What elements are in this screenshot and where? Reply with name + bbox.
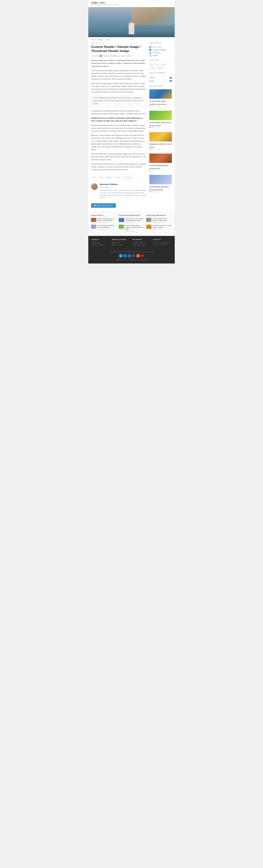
post-author[interactable]: Alexandru Publisher xyxy=(103,55,118,57)
post-title: Custom Header / Sample Image / Thumbnail… xyxy=(91,45,147,53)
tag-city[interactable]: City xyxy=(98,176,104,179)
footer-hours-line1: 08:00 - 17:00 xyxy=(112,242,130,244)
sidebar-tag-city[interactable]: City xyxy=(155,63,159,66)
category-header-name: Header xyxy=(149,77,155,79)
sidebar-tag-image[interactable]: Image xyxy=(149,67,155,69)
footer-nav-terms[interactable]: TERMS OF USE xyxy=(116,259,126,261)
footer-address-title: ADDRESS xyxy=(91,239,110,240)
related-thumb-3 xyxy=(149,132,172,142)
audio-thumb-2 xyxy=(91,225,96,229)
tag-thumbnail[interactable]: Thumbnail xyxy=(123,176,133,179)
video-date-2: APRIL 7, 2016 xyxy=(152,228,172,230)
footer-bottom: Copyright © 2016. Powered by WordPress. … xyxy=(91,251,172,261)
site-tagline: Best WordPress Solution for your website xyxy=(91,4,119,5)
linkedin-icon[interactable]: in xyxy=(123,254,127,257)
author-name: Alexandru Publisher xyxy=(99,183,147,185)
footer-nav-about[interactable]: ABOUT US xyxy=(140,259,147,261)
facebook-icon[interactable]: f xyxy=(128,254,131,257)
video-title-2[interactable]: Custom Header embed Vimeo / Forms in Nat… xyxy=(152,225,172,228)
related-thumb-4 xyxy=(149,154,172,163)
related-post-3: Sample Audio Player & Custom Layout 📅 AP… xyxy=(149,132,172,152)
content-para-6: Maecenas a purus tincidunt velit malesua… xyxy=(91,134,147,151)
author-avatar-small xyxy=(99,55,102,57)
date-icon-3: 📅 xyxy=(149,149,151,150)
breadcrumb-home[interactable]: Home xyxy=(91,39,96,40)
audio-title-1[interactable]: Custom Header play Music / Province of A… xyxy=(97,218,117,222)
view-comments-button[interactable]: 💬 View Comments (4) ... xyxy=(91,203,116,208)
author-link[interactable]: http://mythem.es xyxy=(99,186,110,188)
related-date-3: 📅 APRIL 6, 2016 xyxy=(149,148,172,150)
view-comments-label: View Comments (4) ... xyxy=(96,205,113,207)
breadcrumb-image[interactable]: Image xyxy=(105,39,110,40)
video-thumb-2 xyxy=(146,225,151,229)
sidebar-tag-header[interactable]: Header xyxy=(160,63,167,66)
footer-hours-title: WORKING HOURS xyxy=(112,239,130,240)
ch-thumb-1 xyxy=(119,218,124,222)
audio-title-2[interactable]: Custom Header play Music / The Wounded K… xyxy=(97,225,117,228)
related-post-1: Custom Header embed YouTube / Aaron Cott… xyxy=(149,89,172,109)
tag-image[interactable]: Image xyxy=(114,176,122,179)
video-title-1[interactable]: Custom Header embed YouTube / Aaron Cott… xyxy=(152,218,172,222)
ch-title-2[interactable]: Custom Header Image / Portfolio / Thumbn… xyxy=(125,225,144,230)
footer-copyright: Copyright © 2016. Powered by WordPress. … xyxy=(91,251,172,253)
site-header: Tempo + Zeon Best WordPress Solution for… xyxy=(88,0,175,7)
menu-icon[interactable]: ≡ xyxy=(170,2,172,5)
related-title-4[interactable]: Custom Header play Music / Province of A… xyxy=(149,164,170,169)
related-post-2: Custom Header embed Vimeo / Forms in Nat… xyxy=(149,111,172,130)
audio-date-1: APRIL 4, 2016 xyxy=(97,222,117,223)
sidebar-tags: Boy City Header Image Thumbnail xyxy=(149,63,172,69)
footer-nav-contact[interactable]: CONTACT US xyxy=(129,259,138,261)
hero-figure xyxy=(129,23,134,34)
on-label: on xyxy=(119,55,121,57)
sidebar-tags-title: POST TAGS xyxy=(149,59,172,62)
tumblr-icon[interactable]: T xyxy=(132,254,136,257)
related-title-2[interactable]: Custom Header embed Vimeo / Forms in Nat… xyxy=(149,122,172,126)
content-blockquote: In hac habitasse platea dictumst. Proin … xyxy=(91,95,147,108)
rss-red-icon[interactable]: R xyxy=(141,254,144,257)
sidebar-related-title: RELATED POSTS xyxy=(149,85,172,88)
sidebar-categories-section: POST CATEGORIES Header 1 Image 1 xyxy=(149,72,172,83)
content-area: Header / Image Custom Header / Sample Im… xyxy=(88,42,175,212)
related-title-5[interactable]: Custom Header play Music / The Wounded K… xyxy=(149,186,170,191)
ch-date-1: APRIL 4, 2016 xyxy=(125,222,144,223)
content-para-1: Praesent pellentesque tincidunt orci, pe… xyxy=(91,59,147,68)
category-image[interactable]: Image 1 xyxy=(149,80,172,83)
meta-date-value[interactable]: April 4, 2016 xyxy=(152,46,161,48)
footer-posts-section: AUDIO POSTS Custom Header play Music / P… xyxy=(88,212,175,236)
comment-icon: 💬 xyxy=(94,205,96,207)
category-image-name: Image xyxy=(149,80,154,82)
sidebar-meta-section: META DETAILS 📅 April 4, 2016 👤 Alexandru… xyxy=(149,42,172,57)
breadcrumb: Home / Header / Image xyxy=(88,37,175,42)
footer-contact-phone: Phone: +1 1 738 466 333 xyxy=(153,242,172,244)
posted-by-label: Posted by xyxy=(91,55,98,57)
sidebar-tag-thumbnail[interactable]: Thumbnail xyxy=(156,67,165,69)
custom-header-posts-title: CUSTOM HEADER POSTS xyxy=(119,215,144,216)
footer-address-line1: 1 Infinite Loop xyxy=(91,242,110,244)
content-para-3: Nulla rutrum tristique ipsum, a fringill… xyxy=(91,82,147,94)
meta-comments-value[interactable]: 4 Comments xyxy=(152,52,161,54)
ch-title-1[interactable]: Custom Header / Hero Image / Thumbnail H… xyxy=(125,218,144,222)
twitter-icon[interactable]: t xyxy=(119,254,122,257)
tag-boy[interactable]: Boy xyxy=(91,176,97,179)
site-title: Tempo + Zeon xyxy=(91,1,119,4)
meta-author: 👤 Alexandru Publisher xyxy=(149,49,172,51)
related-title-3[interactable]: Sample Audio Player & Custom Layout xyxy=(149,143,172,148)
breadcrumb-header[interactable]: Header xyxy=(98,39,103,40)
category-header[interactable]: Header 1 xyxy=(149,76,172,80)
audio-thumb-1 xyxy=(91,218,96,222)
related-date-1: 📅 APRIL 7, 2016 xyxy=(149,105,172,107)
content-para-4: Ut dapibus nunc ac dignissim pretium. Ph… xyxy=(91,110,147,115)
author-avatar-large xyxy=(91,183,98,190)
tag-header[interactable]: Header xyxy=(105,176,113,179)
sidebar-tag-boy[interactable]: Boy xyxy=(149,63,154,66)
footer-address-line2: Cupertino, CA 95014 xyxy=(91,244,110,246)
eye-icon: 👁 xyxy=(149,55,151,57)
meta-author-value[interactable]: Alexandru Publisher xyxy=(152,49,167,51)
rss-orange-icon[interactable]: r xyxy=(136,254,140,257)
post-meta: Posted by Alexandru Publisher on April 4… xyxy=(91,55,147,57)
related-title-1[interactable]: Custom Header embed YouTube / Aaron Cott… xyxy=(149,100,167,105)
post-content: Praesent pellentesque tincidunt orci, pe… xyxy=(91,59,147,171)
ch-post-2-info: Custom Header Image / Portfolio / Thumbn… xyxy=(125,225,144,232)
related-thumb-2 xyxy=(149,111,172,120)
custom-header-posts-col: CUSTOM HEADER POSTS Custom Header / Hero… xyxy=(119,215,144,233)
